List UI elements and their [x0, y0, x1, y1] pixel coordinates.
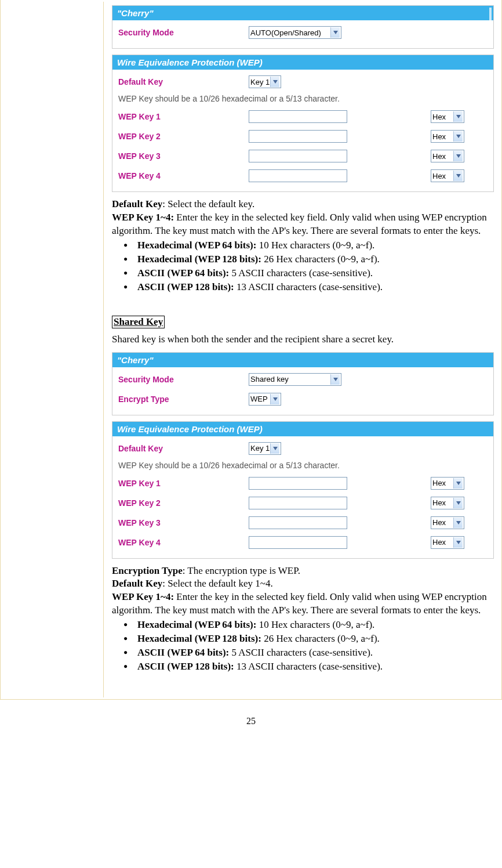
ssid-header-1: "Cherry" — [112, 6, 493, 20]
list-item: Hexadecimal (WEP 128 bits): 26 Hex chara… — [127, 253, 494, 266]
security-mode-label: Security Mode — [118, 28, 249, 37]
wep-key-4-type-select[interactable]: Hex — [431, 169, 464, 182]
encrypt-type-select[interactable]: WEP — [249, 393, 281, 406]
encrypt-type-label: Encrypt Type — [118, 395, 249, 404]
list-item: ASCII (WEP 64 bits): 5 ASCII characters … — [127, 646, 494, 660]
wep-key-row: WEP Key 4 Hex — [118, 166, 488, 186]
chevron-down-icon — [270, 443, 279, 454]
wep2-key-2-type-select[interactable]: Hex — [431, 497, 464, 509]
chevron-down-icon — [453, 151, 463, 161]
wep-key-label: WEP Key 4 — [118, 171, 249, 180]
wep-key-row: WEP Key 2 Hex — [118, 126, 488, 146]
chevron-down-icon — [270, 77, 279, 87]
wep-hint: WEP Key should be a 10/26 hexadecimal or… — [118, 92, 488, 107]
chevron-down-icon — [453, 131, 463, 142]
security-mode-value: AUTO(Open/Shared) — [250, 28, 321, 37]
wep-key-2-input[interactable] — [249, 130, 347, 143]
chevron-down-icon — [453, 171, 463, 181]
wep-header-2: Wire Equivalence Protection (WEP) — [112, 422, 493, 436]
main-content: "Cherry" Security Mode AUTO(Open/Shared)… — [104, 2, 500, 697]
bullet-list-2: Hexadecimal (WEP 64 bits): 10 Hex charac… — [112, 619, 494, 674]
default-key-select-2[interactable]: Key 1 — [249, 442, 281, 455]
wep-header-1: Wire Equivalence Protection (WEP) — [112, 55, 493, 70]
chevron-down-icon — [270, 394, 279, 404]
security-mode-select[interactable]: AUTO(Open/Shared) — [249, 26, 341, 39]
shared-key-intro: Shared key is when both the sender and t… — [112, 333, 494, 346]
chevron-down-icon — [453, 518, 463, 528]
doc-text-1: Default Key: Select the default key. WEP… — [112, 198, 494, 294]
ssid-panel-2: "Cherry" Security Mode Shared key Encryp… — [112, 352, 494, 415]
scrollbar-hint — [489, 8, 492, 20]
wep-panel-2: Wire Equivalence Protection (WEP) Defaul… — [112, 421, 494, 559]
wep2-key-2-input[interactable] — [249, 497, 347, 509]
wep-key-1-type-select[interactable]: Hex — [431, 110, 464, 123]
wep-key-row: WEP Key 2 Hex — [118, 493, 488, 513]
shared-key-heading: Shared Key — [112, 316, 165, 328]
wep-key-row: WEP Key 3 Hex — [118, 513, 488, 533]
list-item: ASCII (WEP 64 bits): 5 ASCII characters … — [127, 267, 494, 280]
list-item: Hexadecimal (WEP 128 bits): 26 Hex chara… — [127, 632, 494, 646]
wep-key-2-type-select[interactable]: Hex — [431, 130, 464, 143]
security-mode-select-2[interactable]: Shared key — [249, 373, 341, 386]
wep-key-1-input[interactable] — [249, 110, 347, 123]
list-item: Hexadecimal (WEP 64 bits): 10 Hex charac… — [127, 619, 494, 632]
chevron-down-icon — [330, 27, 340, 38]
wep-key-row: WEP Key 3 Hex — [118, 146, 488, 166]
ssid-panel-1: "Cherry" Security Mode AUTO(Open/Shared) — [112, 5, 494, 49]
wep2-key-4-type-select[interactable]: Hex — [431, 536, 464, 549]
ssid-header-2: "Cherry" — [112, 353, 493, 367]
wep-key-label: WEP Key 3 — [118, 151, 249, 161]
wep-hint-2: WEP Key should be a 10/26 hexadecimal or… — [118, 458, 488, 473]
default-key-label: Default Key — [118, 77, 249, 86]
list-item: Hexadecimal (WEP 64 bits): 10 Hex charac… — [127, 239, 494, 252]
wep-key-label: WEP Key 2 — [118, 132, 249, 141]
chevron-down-icon — [453, 537, 463, 548]
doc-text-2: Encryption Type: The encryption type is … — [112, 565, 494, 674]
page-number: 25 — [0, 700, 502, 730]
sidebar-column — [2, 2, 104, 697]
wep-key-row: WEP Key 1 Hex — [118, 473, 488, 493]
wep-key-3-input[interactable] — [249, 150, 347, 162]
wep-key-4-input[interactable] — [249, 169, 347, 182]
list-item: ASCII (WEP 128 bits): 13 ASCII character… — [127, 281, 494, 294]
wep-key-label: WEP Key 1 — [118, 112, 249, 121]
wep2-key-3-type-select[interactable]: Hex — [431, 516, 464, 529]
chevron-down-icon — [330, 374, 340, 385]
wep-panel-1: Wire Equivalence Protection (WEP) Defaul… — [112, 55, 494, 192]
default-key-select[interactable]: Key 1 — [249, 75, 281, 88]
default-key-value: Key 1 — [250, 78, 270, 86]
bullet-list-1: Hexadecimal (WEP 64 bits): 10 Hex charac… — [112, 239, 494, 294]
chevron-down-icon — [453, 498, 463, 508]
chevron-down-icon — [453, 111, 463, 122]
security-mode-label-2: Security Mode — [118, 375, 249, 384]
wep2-key-1-type-select[interactable]: Hex — [431, 477, 464, 490]
wep2-key-1-input[interactable] — [249, 477, 347, 490]
chevron-down-icon — [453, 478, 463, 489]
list-item: ASCII (WEP 128 bits): 13 ASCII character… — [127, 660, 494, 674]
wep-key-row: WEP Key 4 Hex — [118, 533, 488, 552]
wep2-key-4-input[interactable] — [249, 536, 347, 549]
default-key-label-2: Default Key — [118, 444, 249, 453]
wep-key-3-type-select[interactable]: Hex — [431, 150, 464, 162]
wep2-key-3-input[interactable] — [249, 516, 347, 529]
wep-key-row: WEP Key 1 Hex — [118, 107, 488, 126]
